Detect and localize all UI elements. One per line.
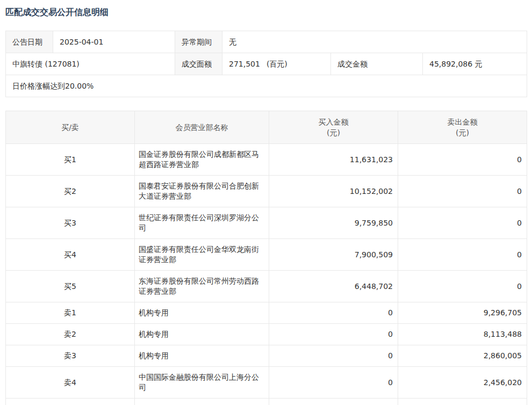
table-row: 买4国盛证券有限责任公司金华双龙南街证券营业部7,900,5090 [6, 239, 527, 271]
member-name: 机构专用 [135, 345, 269, 367]
row-side: 买3 [6, 207, 135, 239]
table-row: 买1国金证券股份有限公司成都新都区马超西路证券营业部11,631,0230 [6, 144, 527, 176]
sell-amount: 1,801,870 [398, 399, 527, 405]
abnormal-period-value: 无 [222, 31, 527, 53]
sell-amount: 9,296,705 [398, 302, 527, 324]
table-body: 买1国金证券股份有限公司成都新都区马超西路证券营业部11,631,0230买2国… [6, 144, 527, 405]
table-row: 买3世纪证券有限责任公司深圳罗湖分公司9,759,8500 [6, 207, 527, 239]
face-amount-unit: (百元) [267, 60, 287, 68]
bond-name: 中旗转债 (127081) [6, 53, 175, 75]
member-name: 机构专用 [135, 302, 269, 324]
member-name: 国金证券股份有限公司成都新都区马超西路证券营业部 [135, 144, 269, 176]
sell-amount: 0 [398, 207, 527, 239]
row-side: 买2 [6, 176, 135, 207]
page-title: 匹配成交交易公开信息明细 [5, 7, 527, 18]
buy-amount: 0 [269, 302, 398, 324]
row-side: 买1 [6, 144, 135, 176]
sell-amount: 2,860,005 [398, 345, 527, 367]
table-row: 买5东海证券股份有限公司常州劳动西路证券营业部6,448,7020 [6, 271, 527, 302]
member-name: 机构专用 [135, 324, 269, 345]
row-side: 卖5 [6, 399, 135, 405]
column-header-member: 会员营业部名称 [135, 111, 269, 144]
sell-amount-header-label: 卖出金额 [401, 117, 524, 127]
member-name: 国泰君安证券股份有限公司合肥创新大道证券营业部 [135, 176, 269, 207]
column-header-buy-amount: 买入金额 (元) [269, 111, 398, 144]
buy-amount: 11,631,023 [269, 144, 398, 176]
table-row: 卖5广发证券股份有限公司苏州东吴北路证券营业部01,801,870 [6, 399, 527, 405]
member-name: 东海证券股份有限公司常州劳动西路证券营业部 [135, 271, 269, 302]
summary-table: 公告日期 2025-04-01 异常期间 无 中旗转债 (127081) 成交面… [5, 31, 527, 97]
trade-amount-label: 成交金额 [331, 53, 423, 75]
summary-row-date: 公告日期 2025-04-01 异常期间 无 [6, 31, 527, 53]
sell-amount: 0 [398, 176, 527, 207]
sell-amount: 2,456,020 [398, 367, 527, 399]
sell-amount-header-unit: (元) [401, 127, 524, 138]
face-amount-label: 成交面额 [175, 53, 222, 75]
row-side: 卖1 [6, 302, 135, 324]
table-row: 买2国泰君安证券股份有限公司合肥创新大道证券营业部10,152,0020 [6, 176, 527, 207]
member-name: 中国国际金融股份有限公司上海分公司 [135, 367, 269, 399]
column-header-sell-amount: 卖出金额 (元) [398, 111, 527, 144]
face-amount-number: 271,501 [229, 60, 260, 68]
face-amount-value: 271,501(百元) [222, 53, 331, 75]
row-side: 买5 [6, 271, 135, 302]
sell-amount: 0 [398, 271, 527, 302]
column-header-side: 买/卖 [6, 111, 135, 144]
abnormal-period-label: 异常期间 [175, 31, 222, 53]
sell-amount: 0 [398, 239, 527, 271]
table-row: 卖2机构专用08,113,488 [6, 324, 527, 345]
table-row: 卖1机构专用09,296,705 [6, 302, 527, 324]
table-header: 买/卖 会员营业部名称 买入金额 (元) 卖出金额 (元) [6, 111, 527, 144]
summary-row-note: 日价格涨幅达到20.00% [6, 75, 527, 97]
buy-amount-header-label: 买入金额 [272, 117, 395, 127]
buy-amount: 7,900,509 [269, 239, 398, 271]
page: 匹配成交交易公开信息明细 公告日期 2025-04-01 异常期间 无 中旗转债… [0, 7, 532, 405]
buy-amount: 0 [269, 324, 398, 345]
buy-amount: 0 [269, 345, 398, 367]
row-side: 买4 [6, 239, 135, 271]
buy-amount: 0 [269, 367, 398, 399]
sell-amount: 0 [398, 144, 527, 176]
table-row: 卖3机构专用02,860,005 [6, 345, 527, 367]
announce-date-value: 2025-04-01 [53, 31, 175, 53]
buy-amount-header-unit: (元) [272, 127, 395, 138]
buy-amount: 9,759,850 [269, 207, 398, 239]
announce-date-label: 公告日期 [6, 31, 53, 53]
trade-detail-table: 买/卖 会员营业部名称 买入金额 (元) 卖出金额 (元) 买1国金证券股份有限… [5, 111, 527, 405]
buy-amount: 0 [269, 399, 398, 405]
sell-amount: 8,113,488 [398, 324, 527, 345]
row-side: 卖3 [6, 345, 135, 367]
table-header-row: 买/卖 会员营业部名称 买入金额 (元) 卖出金额 (元) [6, 111, 527, 144]
table-row: 卖4中国国际金融股份有限公司上海分公司02,456,020 [6, 367, 527, 399]
member-name: 世纪证券有限责任公司深圳罗湖分公司 [135, 207, 269, 239]
buy-amount: 10,152,002 [269, 176, 398, 207]
price-change-note: 日价格涨幅达到20.00% [6, 75, 527, 97]
buy-amount: 6,448,702 [269, 271, 398, 302]
row-side: 卖2 [6, 324, 135, 345]
member-name: 广发证券股份有限公司苏州东吴北路证券营业部 [135, 399, 269, 405]
member-name: 国盛证券有限责任公司金华双龙南街证券营业部 [135, 239, 269, 271]
trade-amount-value: 45,892,086 元 [423, 53, 527, 75]
row-side: 卖4 [6, 367, 135, 399]
summary-row-bond: 中旗转债 (127081) 成交面额 271,501(百元) 成交金额 45,8… [6, 53, 527, 75]
